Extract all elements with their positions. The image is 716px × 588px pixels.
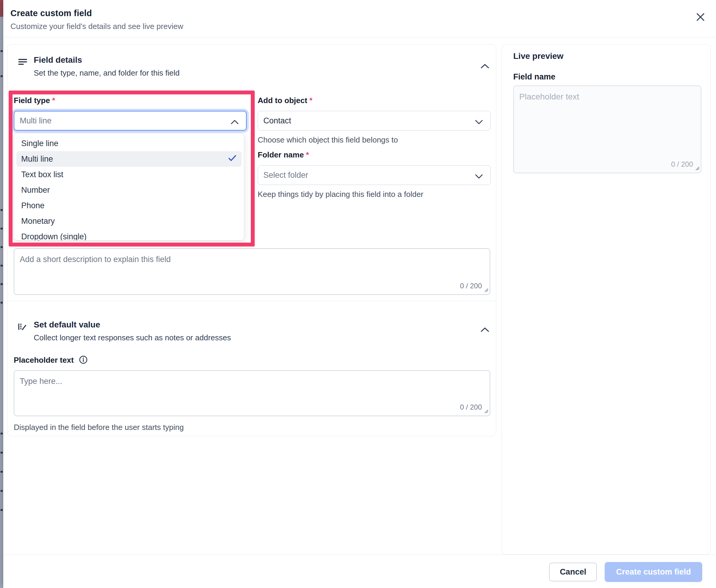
field-type-dropdown-list: Single line Multi line Text box list Num…: [14, 133, 244, 240]
field-type-value: Multi line: [20, 116, 52, 125]
modal-header: Create custom field Customize your field…: [3, 0, 716, 37]
add-to-object-select[interactable]: Contact: [258, 111, 491, 130]
info-circle-icon[interactable]: [79, 355, 88, 366]
close-button[interactable]: [693, 10, 708, 24]
create-custom-field-modal: Create custom field Customize your field…: [3, 0, 716, 588]
field-type-option-selected[interactable]: Multi line: [17, 151, 242, 167]
modal-subtitle: Customize your field's details and see l…: [10, 22, 709, 31]
preview-field-name-label: Field name: [513, 72, 555, 82]
chevron-down-icon: [474, 172, 484, 181]
field-type-label: Field type *: [14, 96, 55, 105]
live-preview-panel: Live preview Field name 0 / 200: [502, 44, 711, 554]
background-artifact: [1, 246, 3, 248]
placeholder-text-field: 0 / 200: [14, 370, 490, 416]
add-to-object-helper: Choose which object this field belongs t…: [258, 135, 398, 145]
background-artifact: [1, 433, 3, 435]
field-type-option[interactable]: Text box list: [17, 167, 242, 182]
background-artifact: [1, 471, 3, 473]
chevron-up-icon: [230, 118, 239, 127]
description-field: 0 / 200: [14, 248, 490, 295]
background-artifact: [1, 452, 3, 454]
folder-name-helper: Keep things tidy by placing this field i…: [258, 190, 424, 199]
page-root: Create custom field Customize your field…: [0, 0, 716, 588]
list-lines-icon: [18, 55, 28, 78]
background-page-fragment: [0, 0, 3, 17]
required-asterisk: *: [309, 96, 312, 105]
cancel-button[interactable]: Cancel: [549, 563, 597, 582]
modal-title: Create custom field: [10, 8, 709, 18]
background-artifact: [1, 209, 3, 211]
input-edit-icon: [18, 320, 28, 342]
modal-body: Field details Set the type, name, and fo…: [3, 37, 716, 554]
field-type-option[interactable]: Phone: [17, 198, 242, 213]
required-asterisk: *: [306, 150, 309, 159]
description-input[interactable]: [14, 248, 490, 295]
set-default-value-section-header: Set default value Collect longer text re…: [18, 320, 231, 342]
section-title: Field details: [34, 55, 180, 65]
background-artifact: [1, 50, 3, 52]
field-type-option[interactable]: Single line: [17, 135, 242, 151]
field-type-option[interactable]: Number: [17, 182, 242, 198]
x-icon: [695, 12, 706, 23]
section-divider: [7, 301, 496, 301]
chevron-up-icon[interactable]: [480, 63, 491, 71]
background-artifact: [1, 75, 3, 77]
section-subtitle: Collect longer text responses such as no…: [34, 333, 231, 342]
field-details-section-header: Field details Set the type, name, and fo…: [18, 55, 180, 78]
placeholder-text-label: Placeholder text: [14, 355, 88, 366]
background-artifact: [1, 509, 3, 511]
modal-footer: Cancel Create custom field: [3, 554, 716, 588]
background-artifact: [1, 265, 3, 267]
required-asterisk: *: [52, 96, 55, 105]
background-artifact: [1, 228, 3, 229]
field-type-option[interactable]: Dropdown (single): [17, 229, 242, 240]
add-to-object-value: Contact: [263, 116, 291, 125]
add-to-object-label: Add to object *: [258, 96, 312, 105]
background-artifact: [1, 490, 3, 492]
preview-field: 0 / 200: [513, 85, 701, 173]
checkmark-icon: [228, 154, 237, 164]
chevron-down-icon: [474, 118, 484, 127]
section-subtitle: Set the type, name, and folder for this …: [34, 68, 180, 78]
chevron-up-icon[interactable]: [480, 327, 491, 334]
create-custom-field-button[interactable]: Create custom field: [605, 562, 702, 582]
field-type-option[interactable]: Monetary: [17, 213, 242, 229]
section-title: Set default value: [34, 320, 231, 330]
background-artifact: [1, 302, 3, 303]
folder-name-label: Folder name *: [258, 150, 309, 160]
placeholder-text-helper: Displayed in the field before the user s…: [14, 423, 183, 432]
folder-name-select[interactable]: Select folder: [258, 165, 491, 185]
placeholder-text-input[interactable]: [14, 370, 490, 416]
background-page-sliver: [0, 0, 3, 588]
field-details-card: Field details Set the type, name, and fo…: [7, 44, 496, 436]
folder-name-placeholder: Select folder: [263, 171, 308, 180]
live-preview-title: Live preview: [513, 51, 563, 61]
background-artifact: [1, 283, 3, 285]
preview-field-input[interactable]: [513, 85, 701, 173]
field-type-select[interactable]: Multi line: [14, 111, 247, 130]
